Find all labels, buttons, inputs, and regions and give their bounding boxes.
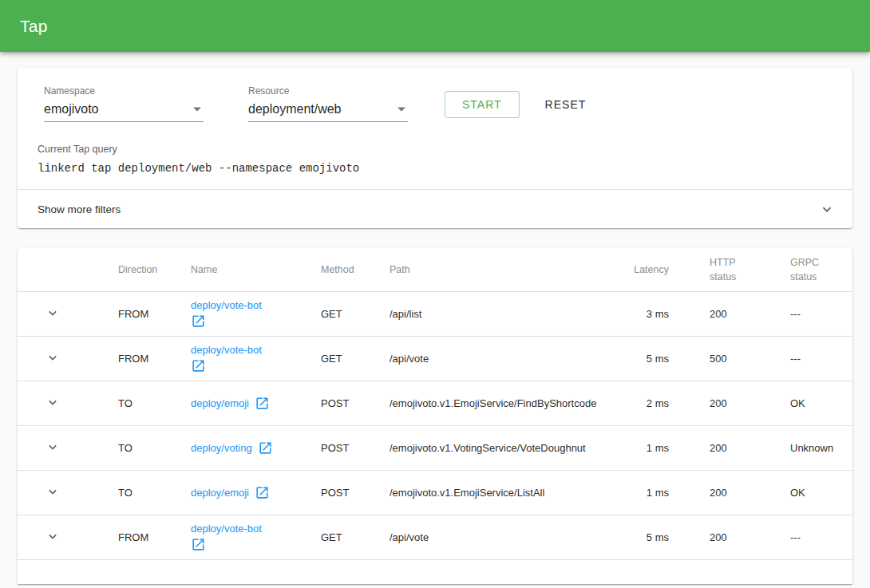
http-status-cell: 200 <box>710 308 727 320</box>
namespace-select[interactable]: Namespace emojivoto <box>44 85 204 122</box>
expand-row-button[interactable] <box>45 349 61 365</box>
latency-cell: 1 ms <box>647 487 669 499</box>
name-cell: deploy/vote-bot <box>191 299 274 329</box>
app-bar: Tap <box>0 0 870 52</box>
resource-link[interactable]: deploy/emoji <box>191 397 249 409</box>
chevron-down-icon <box>45 439 61 455</box>
direction-cell: TO <box>118 442 132 454</box>
open-in-new-icon[interactable] <box>191 314 206 329</box>
grpc-status-cell: --- <box>790 353 801 365</box>
name-cell: deploy/vote-bot <box>191 344 274 373</box>
page-title: Tap <box>20 17 48 36</box>
caret-down-icon <box>192 106 202 112</box>
chevron-down-icon <box>45 305 61 321</box>
method-cell: POST <box>321 442 349 454</box>
tap-table-body: FROM deploy/vote-bot GET /api/list 3 ms … <box>18 291 852 559</box>
open-in-new-icon[interactable] <box>255 485 270 500</box>
column-header-http-status: HTTP status <box>710 255 748 284</box>
method-cell: GET <box>321 353 342 365</box>
column-header-latency: Latency <box>634 264 669 275</box>
table-header: Direction Name Method Path Latency HTTP … <box>18 248 852 291</box>
grpc-status-cell: --- <box>790 531 801 543</box>
latency-cell: 5 ms <box>647 353 669 365</box>
direction-cell: TO <box>118 397 132 409</box>
open-in-new-icon[interactable] <box>191 537 206 552</box>
column-header-grpc-status: GRPC status <box>790 255 828 284</box>
column-header-method: Method <box>321 264 354 275</box>
resource-label: Resource <box>248 85 408 97</box>
tap-table: Direction Name Method Path Latency HTTP … <box>18 248 852 560</box>
namespace-value: emojivoto <box>44 102 98 116</box>
http-status-cell: 200 <box>710 442 727 454</box>
name-cell: deploy/vote-bot <box>191 523 274 552</box>
grpc-status-cell: OK <box>790 397 805 409</box>
namespace-label: Namespace <box>44 85 204 97</box>
resource-link[interactable]: deploy/vote-bot <box>191 299 262 311</box>
method-cell: GET <box>321 531 342 543</box>
latency-cell: 2 ms <box>647 397 669 409</box>
caret-down-icon <box>397 106 406 112</box>
show-more-filters-toggle[interactable]: Show more filters <box>18 190 852 228</box>
tap-results-card: Direction Name Method Path Latency HTTP … <box>18 248 852 584</box>
method-cell: GET <box>321 308 342 320</box>
latency-cell: 5 ms <box>647 531 669 543</box>
resource-link[interactable]: deploy/vote-bot <box>191 523 262 535</box>
start-button[interactable]: START <box>445 91 520 118</box>
expand-row-button[interactable] <box>45 305 61 321</box>
table-row: FROM deploy/vote-bot GET /api/list 3 ms … <box>18 291 852 336</box>
column-header-direction: Direction <box>118 264 157 275</box>
grpc-status-cell: Unknown <box>790 442 833 454</box>
grpc-status-cell: OK <box>790 487 805 499</box>
table-row: TO deploy/emoji POST /emojivoto.v1.Emoji… <box>18 381 852 425</box>
table-row: TO deploy/voting POST /emojivoto.v1.Voti… <box>18 425 852 470</box>
resource-value: deployment/web <box>248 102 342 116</box>
expand-row-button[interactable] <box>45 439 61 455</box>
path-cell: /api/list <box>390 308 421 320</box>
page-content: Namespace emojivoto Resource deployment/… <box>0 68 870 584</box>
current-query-value: linkerd tap deployment/web --namespace e… <box>38 162 832 175</box>
current-query-label: Current Tap query <box>38 144 832 155</box>
show-more-filters-label: Show more filters <box>38 203 121 215</box>
name-cell: deploy/emoji <box>191 485 274 500</box>
latency-cell: 3 ms <box>647 308 669 320</box>
open-in-new-icon[interactable] <box>255 396 270 411</box>
path-cell: /emojivoto.v1.EmojiService/FindByShortco… <box>390 397 596 409</box>
open-in-new-icon[interactable] <box>191 358 206 373</box>
http-status-cell: 200 <box>710 531 727 543</box>
http-status-cell: 200 <box>710 397 727 409</box>
chevron-down-icon <box>45 349 61 365</box>
path-cell: /api/vote <box>390 531 429 543</box>
open-in-new-icon[interactable] <box>258 440 273 456</box>
direction-cell: FROM <box>118 353 148 365</box>
expand-row-button[interactable] <box>45 528 61 544</box>
chevron-down-icon <box>45 394 61 410</box>
resource-link[interactable]: deploy/emoji <box>191 487 249 499</box>
chevron-down-icon <box>45 483 61 499</box>
direction-cell: FROM <box>118 531 148 543</box>
filter-row: Namespace emojivoto Resource deployment/… <box>18 68 852 122</box>
path-cell: /emojivoto.v1.EmojiService/ListAll <box>390 487 544 499</box>
expand-row-button[interactable] <box>45 394 61 410</box>
resource-link[interactable]: deploy/vote-bot <box>191 344 262 356</box>
resource-select[interactable]: Resource deployment/web <box>248 85 408 122</box>
name-cell: deploy/emoji <box>191 396 274 411</box>
table-row: FROM deploy/vote-bot GET /api/vote 5 ms … <box>18 336 852 381</box>
path-cell: /emojivoto.v1.VotingService/VoteDoughnut <box>390 442 586 454</box>
method-cell: POST <box>321 397 349 409</box>
grpc-status-cell: --- <box>790 308 801 320</box>
tap-filter-card: Namespace emojivoto Resource deployment/… <box>18 68 852 228</box>
http-status-cell: 500 <box>710 353 727 365</box>
column-header-name: Name <box>191 264 217 275</box>
expand-row-button[interactable] <box>45 483 61 499</box>
direction-cell: TO <box>118 487 132 499</box>
direction-cell: FROM <box>118 308 148 320</box>
resource-link[interactable]: deploy/voting <box>191 442 252 454</box>
chevron-down-icon <box>45 528 61 544</box>
chevron-down-icon <box>818 200 836 218</box>
latency-cell: 1 ms <box>647 442 669 454</box>
column-header-path: Path <box>390 264 410 275</box>
reset-button[interactable]: RESET <box>539 91 593 118</box>
http-status-cell: 200 <box>710 487 727 499</box>
current-query-section: Current Tap query linkerd tap deployment… <box>18 122 852 189</box>
table-row: TO deploy/emoji POST /emojivoto.v1.Emoji… <box>18 470 852 515</box>
